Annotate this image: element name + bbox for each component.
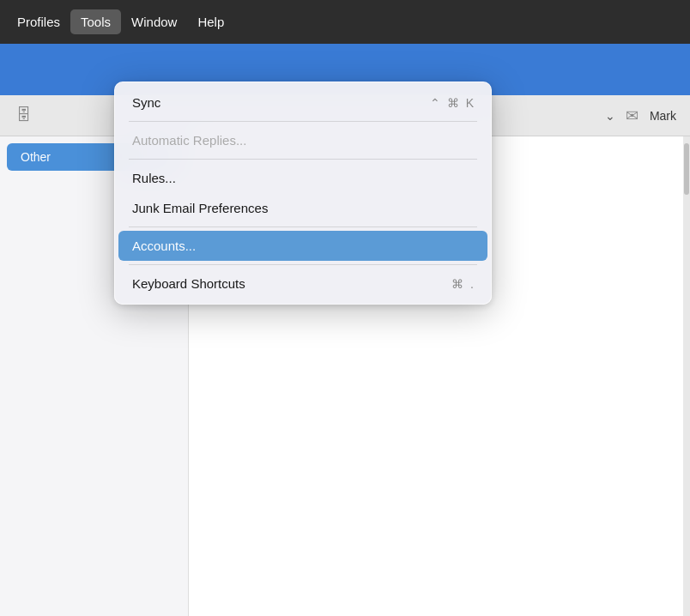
menu-item-junk-email[interactable]: Junk Email Preferences <box>115 193 491 223</box>
separator-3 <box>129 226 477 227</box>
accounts-label: Accounts... <box>132 239 196 253</box>
separator-2 <box>129 159 477 160</box>
scrollbar[interactable] <box>683 136 690 616</box>
keyboard-shortcuts-shortcut: ⌘ . <box>451 277 474 291</box>
rules-label: Rules... <box>132 171 176 185</box>
archive-icon: 🗄 <box>14 106 34 126</box>
envelope-icon: ✉ <box>622 106 643 126</box>
automatic-replies-label: Automatic Replies... <box>132 133 246 148</box>
menu-item-automatic-replies: Automatic Replies... <box>115 125 491 155</box>
menu-item-rules[interactable]: Rules... <box>115 163 491 193</box>
menu-profiles[interactable]: Profiles <box>7 9 70 34</box>
separator-1 <box>129 121 477 122</box>
menu-help[interactable]: Help <box>187 9 234 34</box>
app-content: 🗄 ⌄ ✉ Mark Other Sync ⌃ ⌘ K Automati <box>0 44 690 616</box>
menu-item-sync[interactable]: Sync ⌃ ⌘ K <box>115 88 491 118</box>
separator-4 <box>129 264 477 265</box>
menu-item-accounts[interactable]: Accounts... <box>118 231 487 261</box>
menu-item-keyboard-shortcuts[interactable]: Keyboard Shortcuts ⌘ . <box>115 269 491 299</box>
sync-label: Sync <box>132 95 160 110</box>
keyboard-shortcuts-label: Keyboard Shortcuts <box>132 276 245 291</box>
sync-shortcut: ⌃ ⌘ K <box>430 96 474 110</box>
menu-bar: Profiles Tools Window Help <box>0 0 690 44</box>
scroll-thumb <box>684 143 689 195</box>
menu-window[interactable]: Window <box>121 9 187 34</box>
junk-email-label: Junk Email Preferences <box>132 201 268 215</box>
tools-dropdown-menu: Sync ⌃ ⌘ K Automatic Replies... Rules...… <box>114 82 492 305</box>
chevron-down-icon[interactable]: ⌄ <box>605 109 615 123</box>
mark-label: Mark <box>650 109 676 123</box>
menu-tools[interactable]: Tools <box>70 9 121 34</box>
